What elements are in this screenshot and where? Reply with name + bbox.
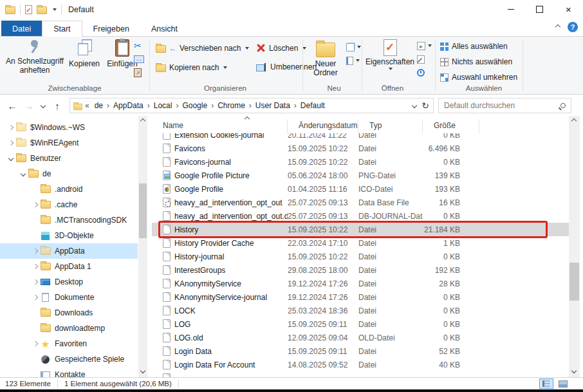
scroll-up-icon[interactable] (571, 118, 577, 124)
sidebar-item-mctranscodingsdk[interactable]: .MCTranscodingSDK (0, 212, 138, 228)
sidebar-item-favoriten[interactable]: ★Favoriten (0, 336, 138, 351)
sidebar-item-desktop[interactable]: Desktop (0, 274, 138, 290)
edit-button[interactable] (417, 54, 432, 64)
file-row-kanonymityservice[interactable]: KAnonymityService19.12.2024 17:26Datei28… (152, 277, 569, 290)
invert-selection-button[interactable]: Auswahl umkehren (440, 73, 517, 82)
move-to-button[interactable]: ← Verschieben nach (156, 43, 249, 53)
scroll-down-icon[interactable] (571, 368, 577, 373)
file-row-history-journal[interactable]: History-journal15.09.2025 10:22Datei0 KB (152, 250, 569, 263)
minimize-button[interactable] (496, 0, 525, 19)
tab-ansicht[interactable]: Ansicht (140, 21, 189, 37)
expander-collapsed-icon[interactable] (31, 295, 40, 299)
sidebar-scrollbar[interactable] (138, 116, 147, 377)
customize-qat-dropdown-icon[interactable] (53, 8, 57, 11)
help-icon[interactable]: ? (568, 22, 578, 32)
pin-to-quick-access-button[interactable]: An Schnellzugriff anheften (5, 39, 64, 75)
file-row-blank[interactable] (152, 371, 569, 377)
file-row-lock[interactable]: LOCK25.03.2024 18:36Datei0 KB (152, 304, 569, 317)
sidebar-item-winreagent[interactable]: $WinREAgent (0, 135, 138, 151)
copy-to-button[interactable]: Kopieren nach (156, 62, 227, 72)
expander-collapsed-icon[interactable] (6, 126, 15, 129)
file-row-login-data-for-account[interactable]: Login Data For Account14.08.2025 09:52Da… (152, 358, 569, 371)
properties-icon[interactable]: ✓ (25, 5, 32, 14)
column-header-typ[interactable]: Typ (358, 119, 423, 133)
sidebar-item-cache[interactable]: .cache (0, 197, 138, 212)
file-row-history-provider-cache[interactable]: History Provider Cache22.03.2024 17:10Da… (152, 236, 569, 250)
breadcrumb-de[interactable]: de (91, 101, 106, 110)
sidebar-item-dokumente[interactable]: Dokumente (0, 290, 138, 305)
breadcrumb-default[interactable]: Default (297, 101, 328, 110)
file-row-login-data[interactable]: Login Data15.09.2025 09:11Datei52 KB (152, 344, 569, 358)
file-row-google-profile-picture[interactable]: Google Profile Picture05.06.2024 18:00PN… (152, 169, 569, 182)
recent-locations-icon[interactable] (41, 103, 46, 108)
thumbnail-view-button[interactable] (556, 378, 570, 389)
file-row-favicons[interactable]: Favicons15.09.2025 10:22Datei6.496 KB (152, 142, 569, 155)
column-header-gr-e[interactable]: Größe (423, 119, 479, 133)
history-button[interactable] (417, 68, 432, 78)
expander-collapsed-icon[interactable] (31, 280, 40, 284)
copy-path-icon[interactable]: … (134, 55, 144, 63)
expander-collapsed-icon[interactable] (31, 249, 40, 253)
expander-collapsed-icon[interactable] (31, 203, 40, 207)
open-button[interactable]: ▸ (417, 41, 432, 51)
breadcrumb-user-data[interactable]: User Data (252, 101, 293, 110)
scroll-down-icon[interactable] (140, 368, 145, 373)
back-icon[interactable]: ← (4, 100, 21, 111)
expander-collapsed-icon[interactable] (31, 265, 40, 268)
up-icon[interactable]: ↑ (49, 100, 66, 111)
copy-button[interactable]: Kopieren (64, 39, 104, 68)
scroll-up-icon[interactable] (140, 118, 145, 124)
sidebar-item-de[interactable]: de (0, 166, 138, 182)
details-view-button[interactable] (539, 378, 553, 389)
new-item-button[interactable] (346, 42, 361, 52)
sidebar-item-appdata-1[interactable]: AppData 1 (0, 259, 138, 274)
easy-access-button[interactable] (346, 55, 361, 66)
close-button[interactable]: × (554, 0, 583, 19)
new-folder-icon[interactable] (37, 6, 47, 14)
sidebar-item-downloads[interactable]: Downloads (0, 305, 138, 321)
file-row-log[interactable]: LOG15.09.2025 09:11Datei0 KB (152, 317, 569, 331)
sidebar-item-downloadtemp[interactable]: downloadtemp (0, 321, 138, 336)
list-scrollbar[interactable] (569, 116, 580, 377)
file-row-heavy-ad-intervention-opt-out[interactable]: heavy_ad_intervention_opt_out25.07.2025 … (152, 196, 569, 209)
select-all-button[interactable]: Alles auswählen (440, 42, 508, 51)
refresh-icon[interactable]: ↻ (421, 100, 429, 111)
sidebar-item-benutzer[interactable]: Benutzer (0, 151, 138, 166)
search-input[interactable]: Default durchsuchen (438, 98, 571, 113)
list-scrollbar-thumb[interactable] (569, 263, 579, 301)
file-row-favicons-journal[interactable]: Favicons-journal15.09.2025 10:22Datei0 K… (152, 155, 569, 169)
file-row-interestgroups[interactable]: InterestGroups29.08.2025 18:00Datei192 K… (152, 263, 569, 277)
breadcrumb-appdata[interactable]: AppData (110, 101, 147, 110)
select-none-button[interactable]: Nichts auswählen (440, 57, 512, 66)
sidebar-item-gespeicherte-spiele[interactable]: Gespeicherte Spiele (0, 351, 138, 367)
sidebar-item-3d-objekte[interactable]: 3D-Objekte (0, 228, 138, 243)
tab-freigeben[interactable]: Freigeben (82, 21, 140, 37)
sidebar-item-windows-ws[interactable]: $Windows.~WS (0, 120, 138, 135)
properties-button[interactable]: ✓ Eigenschaften (367, 39, 413, 70)
tab-start[interactable]: Start (42, 21, 82, 37)
delete-button[interactable]: Löschen (256, 43, 306, 53)
paste-shortcut-icon[interactable]: ↗ (134, 68, 142, 77)
tab-datei[interactable]: Datei (1, 21, 42, 37)
maximize-button[interactable] (525, 0, 554, 19)
breadcrumb-local[interactable]: Local (151, 101, 176, 110)
sidebar-item-android[interactable]: .android (0, 182, 138, 197)
file-row-log-old[interactable]: LOG.old12.09.2025 09:04OLD-Datei0 KB (152, 331, 569, 344)
new-folder-button[interactable]: Neuer Ordner (306, 39, 345, 77)
expander-expanded-icon[interactable] (6, 156, 15, 160)
breadcrumb-overflow[interactable]: « (84, 101, 90, 110)
address-dropdown-icon[interactable] (412, 103, 417, 108)
column-header-nderungsdatum[interactable]: Änderungsdatum (288, 119, 358, 133)
cut-icon[interactable]: ✂ (134, 41, 144, 51)
file-row-history[interactable]: History15.09.2025 10:22Datei21.184 KB (152, 223, 569, 236)
breadcrumb-google[interactable]: Google (179, 101, 210, 110)
breadcrumb-chrome[interactable]: Chrome (214, 101, 248, 110)
column-header-name[interactable]: Name (152, 119, 288, 133)
file-row-kanonymityservice-journal[interactable]: KAnonymityService-journal19.12.2024 17:2… (152, 290, 569, 304)
file-row-heavy-ad-intervention-opt-out-db-journal[interactable]: heavy_ad_intervention_opt_out.db-journal… (152, 209, 569, 223)
address-bar[interactable]: « de›AppData›Local›Google›Chrome›User Da… (69, 98, 434, 113)
sidebar-item-kontakte[interactable]: Kontakte (0, 367, 138, 377)
file-row-google-profile[interactable]: Google Profile01.04.2025 11:16ICO-Datei1… (152, 182, 569, 196)
expander-collapsed-icon[interactable] (31, 342, 40, 346)
expander-expanded-icon[interactable] (19, 172, 28, 176)
